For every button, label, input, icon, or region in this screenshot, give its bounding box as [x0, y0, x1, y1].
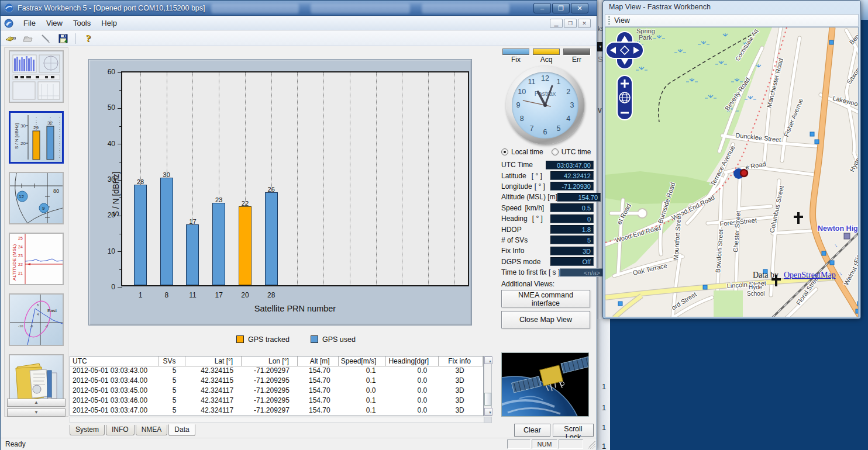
chart-legend: GPS tracked GPS used — [199, 335, 392, 344]
thumbnail-east-north-view[interactable]: East 64 -10-6-2 — [9, 293, 64, 346]
col-fixinfo[interactable]: Fix info — [439, 356, 483, 366]
local-time-radio[interactable]: Local time — [501, 148, 543, 156]
tab-data[interactable]: Data — [168, 424, 195, 436]
clock-number: 5 — [553, 124, 564, 133]
resize-grip[interactable] — [587, 441, 595, 449]
col-speed[interactable]: Speed[m/s] — [339, 356, 387, 366]
thumbnail-scroll-down-button[interactable]: ▼ — [7, 409, 66, 417]
toolbar-grip[interactable] — [608, 16, 610, 25]
thumbnail-altitude-view[interactable]: ALTITUDE (MSL) 25 24 23 22 21 — [9, 233, 64, 285]
mdi-minimize-button[interactable]: ▁ — [550, 19, 563, 28]
menu-tools[interactable]: Tools — [68, 18, 96, 29]
scroll-down-arrow[interactable]: ▼ — [484, 408, 492, 416]
bar-prn-17[interactable] — [212, 203, 225, 285]
close-button[interactable]: ✕ — [571, 3, 588, 13]
open-port-icon[interactable] — [4, 32, 17, 45]
table-cell: 42.324117 — [185, 396, 242, 406]
minimize-button[interactable]: – — [533, 3, 551, 13]
scrollbar-thumb[interactable] — [484, 393, 491, 406]
map-menu-view[interactable]: View — [614, 16, 630, 25]
map-titlebar[interactable]: Map View - Fastrax Workbench — [603, 1, 860, 14]
scroll-lock-button[interactable]: Scroll Lock — [553, 424, 594, 437]
table-cell: 5 — [159, 386, 186, 396]
col-utc[interactable]: UTC — [70, 356, 159, 366]
col-heading[interactable]: Heading[dgr] — [386, 356, 439, 366]
bar-value-label: 23 — [210, 196, 228, 203]
thumbnail-overview-view[interactable] — [9, 50, 64, 103]
status-panel: Fix Acq Err Fastrax — [498, 47, 595, 421]
table-cell: 154.70 — [298, 386, 339, 396]
place-label-newton-highlands: Newton Highla — [818, 224, 859, 233]
close-map-view-button[interactable]: Close Map View — [501, 311, 590, 328]
legend-item-tracked: GPS tracked — [236, 335, 290, 344]
table-cell: 42.324117 — [185, 406, 242, 416]
row-number: 1 — [602, 423, 606, 432]
map-canvas[interactable]: → → Spring Park Cochituate Aq Manchester… — [605, 27, 859, 317]
bar-prn-28[interactable] — [265, 192, 278, 285]
menu-file[interactable]: File — [18, 18, 41, 29]
clock-number: 8 — [516, 115, 527, 123]
mdi-restore-button[interactable]: ❐ — [564, 19, 577, 28]
save-icon[interactable] — [57, 32, 70, 45]
thumbnail-scroll-up-button[interactable]: ▲ — [7, 399, 66, 407]
radio-button-selected[interactable] — [501, 148, 508, 155]
map-zoom-control[interactable] — [617, 75, 632, 120]
window-title: Fastrax Workbench 5 - [Opened port COM10… — [18, 4, 205, 12]
bar-prn-1[interactable] — [134, 185, 147, 285]
titlebar[interactable]: Fastrax Workbench 5 - [Opened port COM10… — [1, 1, 597, 16]
nmea-command-interface-button[interactable]: NMEA command interface — [501, 290, 590, 307]
menubar: File View Tools Help ▁ ❐ ✕ — [1, 16, 597, 30]
col-svs[interactable]: SVs — [159, 356, 186, 366]
status-cell — [559, 439, 583, 449]
tab-info[interactable]: INFO — [106, 425, 135, 435]
field-label: Heading — [501, 214, 528, 223]
mdi-close-button[interactable]: ✕ — [578, 19, 591, 28]
table-row: 2012-05-01 03:03:44.00542.324115-71.2092… — [70, 376, 483, 386]
thumbnail-sky-view[interactable]: 80 12 9 — [9, 172, 64, 224]
snr-chart-panel: 01020304050602813081711231722202628 S / … — [88, 59, 472, 326]
glass-reflection — [311, 4, 410, 13]
thumbnail-snr-chart-view[interactable]: S / N [dBHz] 30 20 29 32 — [9, 111, 64, 164]
scroll-up-arrow[interactable]: ▲ — [484, 356, 492, 364]
field-value: Off — [550, 257, 594, 266]
field-row-utc-time: UTC Time03:03:47.00 — [501, 160, 594, 170]
help-icon[interactable]: ? — [82, 32, 95, 45]
field-value: 0 — [550, 214, 594, 223]
table-cell: -71.209297 — [242, 366, 298, 376]
openstreetmap-link[interactable]: OpenStreetMap — [784, 271, 836, 279]
col-alt[interactable]: Alt [m] — [298, 356, 339, 366]
line-tool-icon[interactable] — [39, 32, 52, 45]
table-cell: 0.0 — [386, 376, 439, 386]
clear-button[interactable]: Clear — [514, 424, 550, 437]
bar-prn-20[interactable] — [239, 206, 252, 285]
open-file-icon[interactable] — [22, 32, 35, 45]
tab-system[interactable]: System — [70, 425, 105, 435]
clock-number: 12 — [540, 74, 550, 82]
table-vertical-scrollbar[interactable]: ▲ ▼ — [484, 356, 492, 416]
maximize-button[interactable]: ❐ — [552, 3, 570, 13]
utc-time-radio[interactable]: UTC time — [552, 148, 591, 156]
gridline — [323, 72, 324, 285]
thumb-ylabel: S / N [dBHz] — [14, 123, 19, 149]
tab-nmea[interactable]: NMEA — [136, 425, 168, 435]
field-label: # of SVs — [501, 236, 528, 244]
radio-button[interactable] — [552, 148, 559, 155]
glass-reflection — [422, 4, 509, 13]
bar-prn-11[interactable] — [186, 224, 199, 285]
clock-number: 10 — [516, 88, 527, 96]
field-row-speed: Speed[km/h]0.5 — [501, 203, 594, 213]
thumb-satellite: 12 — [19, 194, 24, 199]
col-lat[interactable]: Lat [°] — [185, 356, 242, 366]
thumb-bar-value: 32 — [47, 120, 53, 126]
bar-prn-8[interactable] — [160, 178, 173, 285]
table-cell: 0.1 — [339, 376, 387, 386]
table-header: UTC SVs Lat [°] Lon [°] Alt [m] Speed[m/… — [70, 356, 483, 366]
thumb-tick: 80 — [53, 188, 59, 194]
table-horizontal-scrollbar[interactable] — [70, 417, 492, 423]
x-tick-label: 11 — [184, 291, 201, 299]
thumb-tick: 21 — [18, 271, 23, 275]
col-lon[interactable]: Lon [°] — [242, 356, 298, 366]
field-value: 5 — [550, 236, 594, 244]
menu-view[interactable]: View — [41, 18, 68, 29]
clock-number: 4 — [563, 115, 574, 123]
